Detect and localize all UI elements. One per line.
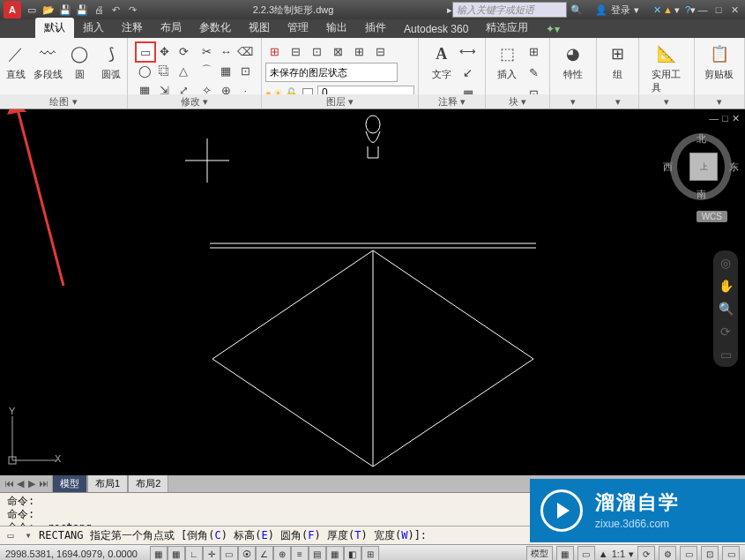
tab-insert[interactable]: 插入	[74, 18, 113, 38]
maximize-button[interactable]: □	[711, 4, 726, 16]
layerlk-button[interactable]: ⊞	[350, 41, 369, 61]
layeron-button[interactable]: ⊡	[308, 41, 327, 61]
dim-linear-button[interactable]: ⟷	[458, 41, 478, 61]
ducs-button[interactable]: ∠	[256, 546, 273, 560]
maximize-vp[interactable]: ▭	[577, 546, 595, 560]
panel-draw-title[interactable]: 绘图 ▾	[0, 94, 127, 108]
sc-button[interactable]: ◧	[344, 546, 361, 560]
login-button[interactable]: 👤 登录 ▾	[595, 4, 639, 17]
otrack-button[interactable]: ⦿	[238, 546, 256, 560]
rectangle-button[interactable]: ▭	[135, 41, 156, 63]
app-logo[interactable]: A	[4, 1, 21, 19]
drawing-canvas[interactable]: Y X — □ ✕ 上 北 南 东 西 WCS ◎ ✋ 🔍 ⟳ ▭	[0, 109, 745, 475]
tab-layout2[interactable]: 布局2	[128, 474, 168, 493]
annosync-button[interactable]: ⟳	[637, 546, 655, 560]
array-button[interactable]: ▦	[216, 61, 235, 80]
leader-button[interactable]: ↙	[458, 63, 478, 82]
tab-prev[interactable]: ◀	[15, 478, 26, 489]
search-input[interactable]: 输入关键字或短语	[452, 2, 567, 18]
tab-param[interactable]: 参数化	[190, 18, 240, 38]
exchange-icon[interactable]: ✕	[653, 4, 661, 16]
tran-button[interactable]: ▤	[309, 546, 326, 560]
close-button[interactable]: ✕	[727, 4, 741, 16]
arc-button[interactable]: ⟆圆弧	[96, 41, 126, 81]
iso-button[interactable]: ⊡	[701, 546, 719, 560]
tab-model[interactable]: 模型	[52, 474, 87, 493]
search-icon[interactable]: 🔍	[570, 4, 583, 16]
tab-annotate[interactable]: 注释	[113, 18, 152, 38]
extend-button[interactable]: ↔	[216, 41, 235, 61]
new-icon[interactable]: ▭	[25, 3, 39, 17]
tab-last[interactable]: ⏭	[38, 478, 48, 489]
annoscale-icon[interactable]: ▲	[599, 549, 608, 559]
modelspace-button[interactable]: 模型	[526, 546, 553, 560]
copy-button[interactable]: ⿻	[154, 61, 174, 80]
tab-next[interactable]: ▶	[26, 478, 37, 489]
tab-default[interactable]: 默认	[35, 18, 74, 38]
clean-button[interactable]: ▭	[722, 546, 740, 560]
grid-toggle[interactable]: ▦	[556, 546, 574, 560]
tab-layout[interactable]: 布局	[152, 18, 190, 38]
layeriso-button[interactable]: ⊟	[287, 41, 306, 61]
polar-button[interactable]: ✛	[203, 546, 220, 560]
rotate-button[interactable]: ⟳	[174, 41, 193, 61]
trim-button[interactable]: ✂	[197, 41, 216, 61]
minimize-button[interactable]: —	[696, 4, 710, 16]
tab-first[interactable]: ⏮	[4, 478, 14, 489]
save-icon[interactable]: 💾	[58, 3, 72, 17]
util-button[interactable]: 📐实用工具	[652, 41, 682, 94]
mirror-button[interactable]: △	[174, 61, 193, 80]
a360-icon[interactable]: ▲	[663, 4, 673, 15]
layerprops-button[interactable]: ⊞	[265, 41, 285, 61]
edit-block-button[interactable]: ✎	[524, 63, 543, 82]
nav-orbit-icon[interactable]: ⟳	[720, 325, 731, 339]
tab-output[interactable]: 输出	[317, 18, 356, 38]
plot-icon[interactable]: 🖨	[92, 3, 106, 17]
circle-button[interactable]: ◯圆	[64, 41, 94, 81]
tab-extra[interactable]: ✦▾	[537, 20, 569, 38]
saveas-icon[interactable]: 💾	[75, 3, 89, 17]
panel-anno-title[interactable]: 注释 ▾	[419, 94, 485, 108]
nav-wheel-icon[interactable]: ◎	[720, 256, 731, 270]
polyline-button[interactable]: 〰多段线	[33, 41, 63, 81]
scale-caret[interactable]: ▾	[629, 549, 634, 560]
nav-pan-icon[interactable]: ✋	[719, 279, 734, 293]
panel-prop-title[interactable]: ▾	[550, 94, 596, 108]
panel-modify-title[interactable]: 修改 ▾	[128, 94, 261, 108]
move-button[interactable]: ✥	[154, 41, 174, 61]
undo-icon[interactable]: ↶	[108, 3, 123, 17]
qp-button[interactable]: ▦	[326, 546, 344, 560]
panel-block-title[interactable]: 块 ▾	[486, 94, 549, 108]
viewcube-face[interactable]: 上	[689, 153, 718, 181]
line-button[interactable]: ／直线	[1, 41, 31, 81]
am-button[interactable]: ⊞	[361, 546, 379, 560]
hw-button[interactable]: ▭	[680, 546, 697, 560]
tab-a360[interactable]: Autodesk 360	[395, 20, 477, 38]
panel-util-title[interactable]: ▾	[639, 94, 694, 108]
layermatch-button[interactable]: ⊟	[371, 41, 391, 61]
fillet-button[interactable]: ⌒	[197, 61, 216, 80]
coords-readout[interactable]: 2998.5381, 1694.0979, 0.0000	[5, 549, 138, 559]
open-icon[interactable]: 📂	[41, 3, 56, 17]
redo-icon[interactable]: ↷	[125, 3, 139, 17]
tab-addin[interactable]: 插件	[356, 18, 395, 38]
vp-minimize[interactable]: —	[709, 113, 719, 124]
ellipse-button[interactable]: ◯	[135, 61, 154, 80]
ortho-button[interactable]: ∟	[185, 546, 203, 560]
lwt-button[interactable]: ≡	[291, 546, 309, 560]
nav-zoom-icon[interactable]: 🔍	[719, 302, 734, 316]
insert-block-button[interactable]: ⬚插入	[492, 41, 522, 81]
exchange-caret[interactable]: ▾	[674, 4, 680, 16]
vp-maximize[interactable]: □	[722, 113, 728, 124]
tab-manage[interactable]: 管理	[279, 18, 317, 38]
create-block-button[interactable]: ⊞	[524, 41, 543, 61]
wcs-badge[interactable]: WCS	[697, 211, 727, 222]
erase-button[interactable]: ⌫	[235, 41, 255, 61]
scale-label[interactable]: 1:1	[612, 549, 625, 559]
offset-button[interactable]: ⊡	[235, 61, 255, 80]
nav-showmotion-icon[interactable]: ▭	[720, 347, 732, 362]
ws-button[interactable]: ⚙	[659, 546, 676, 560]
panel-group-title[interactable]: ▾	[597, 94, 638, 108]
tab-layout1[interactable]: 布局1	[87, 474, 128, 493]
vp-close[interactable]: ✕	[732, 113, 740, 124]
